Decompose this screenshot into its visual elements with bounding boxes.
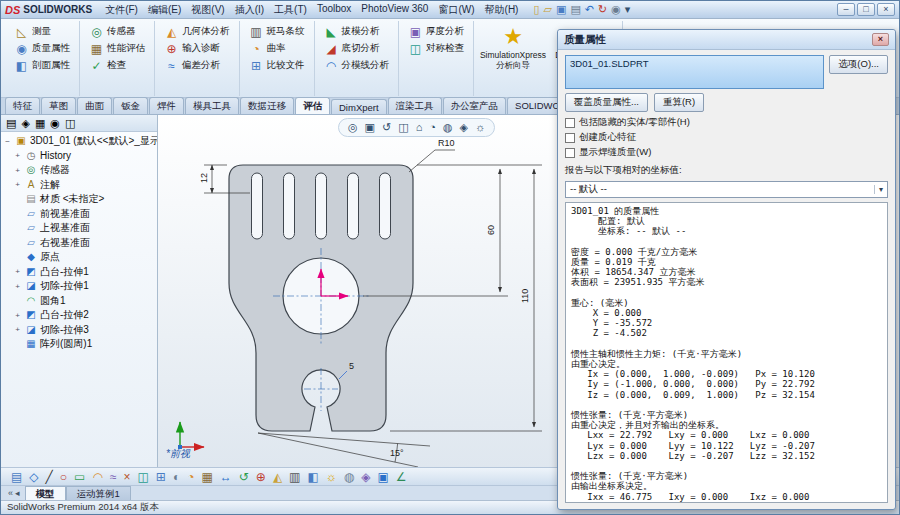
ribbon-button[interactable]: ⊕输入诊断 — [161, 41, 233, 56]
chevron-down-icon[interactable]: ▾ — [874, 185, 883, 194]
tree-item[interactable]: + ◪ 切除-拉伸3 — [1, 323, 157, 338]
scene-icon[interactable]: ☼ — [326, 471, 337, 483]
view-orientation-icon[interactable]: ⌂ — [416, 121, 423, 134]
tree-item[interactable]: ◠ 圆角1 — [1, 294, 157, 309]
angle-measure-icon[interactable]: ∠ — [396, 471, 407, 483]
curvature-icon[interactable]: ◔ — [187, 471, 194, 483]
tree-item[interactable]: + ◩ 凸台-拉伸2 — [1, 308, 157, 323]
tree-expander-icon[interactable]: + — [13, 282, 22, 291]
scroll-tabs-start-icon[interactable]: « — [8, 488, 13, 498]
ribbon-button[interactable]: ▥斑马条纹 — [246, 24, 308, 39]
ribbon-button[interactable]: ◢底切分析 — [321, 41, 393, 56]
minimize-icon[interactable]: – — [837, 3, 855, 16]
smart-dimension-icon[interactable]: ◇ — [29, 471, 38, 483]
commandmanager-tab[interactable]: 评估 — [295, 97, 330, 114]
options-icon[interactable]: ◉ — [611, 4, 621, 15]
menu-item[interactable]: 窗口(W) — [433, 1, 479, 19]
dimxpertmanager-tab-icon[interactable]: ◉ — [50, 118, 60, 129]
offset-icon[interactable]: ⊕ — [256, 471, 266, 483]
commandmanager-tab[interactable]: 草图 — [41, 97, 76, 114]
ribbon-button[interactable]: ◣拔模分析 — [321, 24, 393, 39]
tree-expander-icon[interactable]: − — [3, 137, 12, 146]
tree-item[interactable]: − ▣ 3D01_01 (默认<<默认>_显示状态 1>) — [1, 134, 157, 149]
line-icon[interactable]: ╱ — [46, 471, 53, 483]
menu-item[interactable]: 工具(T) — [269, 1, 312, 19]
ribbon-button[interactable]: ◧剖面属性 — [11, 58, 73, 73]
ribbon-button[interactable]: ▣厚度分析 — [405, 24, 467, 39]
mirror-icon[interactable]: ◫ — [138, 471, 149, 483]
ribbon-button[interactable]: ≈偏差分析 — [161, 58, 233, 73]
commandmanager-tab[interactable]: DimXpert — [331, 99, 387, 114]
tree-item[interactable]: + ◎ 传感器 — [1, 163, 157, 178]
commandmanager-tab[interactable]: 模具工具 — [185, 97, 239, 114]
rebuild-icon[interactable]: ↻ — [598, 4, 607, 15]
zoom-to-area-icon[interactable]: ▣ — [365, 121, 375, 134]
rectangle-icon[interactable]: ▭ — [74, 471, 85, 483]
apply-scene-icon[interactable]: ☼ — [475, 121, 485, 134]
menu-item[interactable]: 编辑(E) — [143, 1, 186, 19]
menu-item[interactable]: 视图(V) — [186, 1, 229, 19]
print-icon[interactable]: ▤ — [570, 4, 580, 15]
tree-item[interactable]: ▱ 前视基准面 — [1, 207, 157, 222]
ribbon-button[interactable]: ⊞比较文件 — [246, 58, 308, 73]
document-tab[interactable]: 模型 — [25, 486, 66, 500]
tree-item[interactable]: + ◩ 凸台-拉伸1 — [1, 265, 157, 280]
section-view-icon[interactable]: ◫ — [398, 121, 408, 134]
grid-icon[interactable]: ▦ — [201, 471, 212, 483]
edit-appearance-icon[interactable]: ◈ — [460, 121, 468, 134]
dialog-checkbox[interactable]: 显示焊缝质量(W) — [565, 146, 888, 159]
previous-view-icon[interactable]: ↺ — [382, 121, 391, 134]
ribbon-wizard-button[interactable]: ★SimulationXpress 分析向导 — [480, 24, 546, 93]
new-document-icon[interactable]: ▯ — [533, 4, 539, 15]
coordinate-system-dropdown[interactable]: -- 默认 -- ▾ — [565, 181, 888, 198]
checkbox-box[interactable] — [565, 148, 575, 158]
tree-expander-icon[interactable]: + — [13, 325, 22, 334]
zebra-stripes-icon[interactable]: ▥ — [289, 471, 300, 483]
mass-properties-report[interactable]: 3D01_01 的质量属性 配置: 默认 坐标系: -- 默认 --密度 = 0… — [565, 202, 888, 503]
menu-item[interactable]: 文件(F) — [100, 1, 143, 19]
hide-show-icon[interactable]: ◍ — [344, 471, 354, 483]
tree-item[interactable]: ▤ 材质 <未指定> — [1, 192, 157, 207]
rotate-icon[interactable]: ↺ — [239, 471, 249, 483]
displaymanager-tab-icon[interactable]: ◫ — [65, 118, 75, 129]
tree-expander-icon[interactable]: + — [13, 267, 22, 276]
menu-item[interactable]: 插入(I) — [230, 1, 269, 19]
ribbon-button[interactable]: ◠分模线分析 — [321, 58, 393, 73]
open-icon[interactable]: ▱ — [544, 4, 552, 15]
menu-item[interactable]: 帮助(H) — [480, 1, 524, 19]
checkbox-box[interactable] — [565, 133, 575, 143]
tree-item[interactable]: ▱ 上视基准面 — [1, 221, 157, 236]
menu-item[interactable]: Toolbox — [312, 1, 356, 19]
ribbon-button[interactable]: ◫对称检查 — [405, 41, 467, 56]
dialog-checkbox[interactable]: 创建质心特征 — [565, 131, 888, 144]
propertymanager-tab-icon[interactable]: ◈ — [21, 118, 29, 129]
tree-expander-icon[interactable]: + — [13, 180, 22, 189]
commandmanager-tab[interactable]: 数据迁移 — [240, 97, 294, 114]
spline-icon[interactable]: ≈ — [110, 471, 117, 483]
tree-item[interactable]: ◆ 原点 — [1, 250, 157, 265]
tree-item[interactable]: ▦ 阵列(圆周)1 — [1, 337, 157, 352]
menu-item[interactable]: PhotoView 360 — [356, 1, 433, 19]
ribbon-button[interactable]: ✓检查 — [86, 58, 148, 73]
draft-icon[interactable]: ◭ — [273, 471, 282, 483]
dialog-close-icon[interactable]: × — [872, 33, 889, 46]
display-style-icon[interactable]: ◔ — [429, 121, 436, 134]
document-tab[interactable]: 运动算例1 — [66, 486, 131, 500]
commandmanager-tab[interactable]: 渲染工具 — [388, 97, 442, 114]
ribbon-button[interactable]: ◭几何体分析 — [161, 24, 233, 39]
commandmanager-tab[interactable]: 办公室产品 — [443, 97, 507, 114]
tree-expander-icon[interactable]: + — [13, 311, 22, 320]
save-icon[interactable]: ▣ — [556, 4, 566, 15]
maximize-icon[interactable]: □ — [857, 3, 875, 16]
arc-icon[interactable]: ◠ — [92, 471, 102, 483]
shaded-view-icon[interactable]: ◐ — [173, 471, 180, 483]
ribbon-button[interactable]: ◔曲率 — [246, 41, 308, 56]
appearance-icon[interactable]: ◈ — [361, 471, 370, 483]
override-mass-properties-button[interactable]: 覆盖质量属性... — [565, 93, 648, 112]
hide-show-items-icon[interactable]: ◍ — [443, 121, 453, 134]
tree-expander-icon[interactable]: + — [13, 151, 22, 160]
tree-item[interactable]: + A 注解 — [1, 178, 157, 193]
ribbon-button[interactable]: ◺测量 — [11, 24, 73, 39]
move-icon[interactable]: ↔ — [220, 471, 232, 483]
commandmanager-tab[interactable]: 曲面 — [77, 97, 112, 114]
